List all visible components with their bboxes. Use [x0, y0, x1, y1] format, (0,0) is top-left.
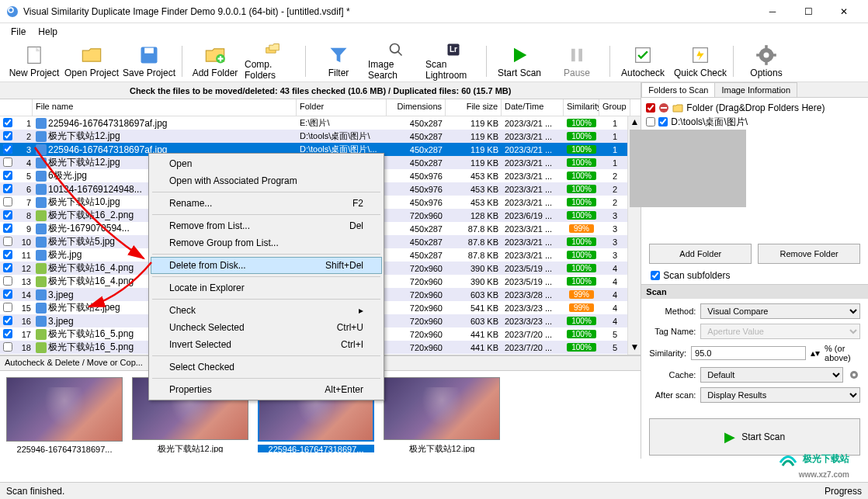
- row-checkbox[interactable]: [3, 118, 12, 127]
- row-checkbox[interactable]: [3, 210, 12, 220]
- col-date[interactable]: Date/Time: [502, 99, 564, 116]
- svg-text:Lr: Lr: [450, 45, 457, 54]
- row-checkbox[interactable]: [3, 144, 12, 154]
- file-icon: [36, 118, 47, 129]
- thumbnail[interactable]: 225946-167647318697...: [6, 377, 123, 452]
- row-checkbox[interactable]: [3, 224, 12, 233]
- col-sim[interactable]: Similarity: [564, 99, 599, 116]
- row-checkbox[interactable]: [3, 342, 12, 352]
- scan-lightroom-button[interactable]: LrScan Lightroom: [425, 42, 481, 81]
- ctx-locate[interactable]: Locate in Explorer: [151, 279, 382, 296]
- table-row[interactable]: 1225946-1676473186​97af.jpgE:\图片\450x287…: [0, 116, 641, 130]
- row-checkbox[interactable]: [3, 289, 12, 299]
- pause-icon: [566, 44, 588, 66]
- row-checkbox[interactable]: [3, 171, 12, 180]
- row-checkbox[interactable]: [3, 197, 12, 206]
- ctx-properties[interactable]: PropertiesAlt+Enter: [151, 381, 382, 398]
- row-checkbox[interactable]: [3, 184, 12, 193]
- quick-check-button[interactable]: Quick Check: [672, 42, 728, 81]
- scan-section-head: Scan: [641, 285, 868, 299]
- file-icon: [36, 263, 47, 274]
- svg-rect-5: [144, 47, 154, 53]
- open-project-button[interactable]: Open Project: [64, 42, 120, 81]
- file-icon: [36, 131, 47, 142]
- vertical-scrollbar[interactable]: ▲ ▼: [627, 116, 641, 355]
- save-project-button[interactable]: Save Project: [121, 42, 177, 81]
- ctx-rename[interactable]: Rename...F2: [151, 195, 382, 212]
- cache-select[interactable]: Default: [700, 367, 843, 383]
- row-checkbox[interactable]: [3, 329, 12, 338]
- svg-rect-13: [578, 48, 582, 61]
- col-filename[interactable]: File name: [33, 99, 297, 116]
- file-icon: [36, 158, 47, 168]
- menu-file[interactable]: File: [5, 25, 32, 39]
- remove-folder-btn[interactable]: Remove Folder: [758, 244, 860, 264]
- ctx-remove-list[interactable]: Remove from List...Del: [151, 217, 382, 234]
- row-checkbox[interactable]: [3, 250, 12, 259]
- scan-subfolders-check[interactable]: [651, 271, 660, 280]
- folder-open-icon: [81, 44, 102, 66]
- col-folder[interactable]: Folder: [297, 99, 387, 116]
- file-icon: [36, 329, 47, 340]
- folder-plus-icon: [204, 44, 226, 66]
- col-size[interactable]: File size: [446, 99, 502, 116]
- row-checkbox[interactable]: [3, 263, 12, 272]
- ctx-select-checked[interactable]: Select Checked: [151, 359, 382, 376]
- thumbnail-image: [6, 377, 123, 442]
- row-checkbox[interactable]: [3, 316, 12, 325]
- file-icon: [36, 197, 47, 208]
- minimize-button[interactable]: ─: [755, 0, 790, 23]
- ctx-open-assoc[interactable]: Open with Associated Program: [151, 172, 382, 189]
- row-checkbox[interactable]: [3, 276, 12, 286]
- gear-icon: [755, 44, 777, 66]
- autocheck-button[interactable]: Autocheck: [615, 42, 671, 81]
- method-select[interactable]: Visual Compare: [700, 303, 860, 319]
- add-folder-button[interactable]: Add Folder: [187, 42, 243, 81]
- tab-folders-to-scan[interactable]: Folders to Scan: [641, 82, 715, 97]
- tab-image-info[interactable]: Image Information: [714, 82, 797, 97]
- file-icon: [36, 303, 47, 314]
- minus-icon[interactable]: [658, 102, 669, 113]
- comp-folders-button[interactable]: Comp. Folders: [245, 42, 300, 81]
- col-dims[interactable]: Dimensions: [387, 99, 446, 116]
- file-icon: [36, 210, 47, 221]
- table-row[interactable]: 2极光下载站12.jpgD:\tools\桌面\图片\450x287119 KB…: [0, 130, 641, 143]
- close-button[interactable]: ✕: [826, 0, 862, 23]
- svg-point-7: [391, 43, 400, 53]
- row-checkbox[interactable]: [3, 303, 12, 312]
- ctx-delete-disk[interactable]: Delete from Disk...Shift+Del: [151, 257, 382, 274]
- similarity-input[interactable]: [691, 346, 806, 360]
- cache-settings-icon[interactable]: [848, 369, 860, 381]
- folder-row-1[interactable]: D:\tools\桌面\图片\: [646, 115, 863, 129]
- filter-button[interactable]: Filter: [311, 42, 366, 81]
- new-project-button[interactable]: New Project: [6, 42, 62, 81]
- row-checkbox[interactable]: [3, 237, 12, 246]
- ctx-remove-group[interactable]: Remove Group from List...: [151, 234, 382, 251]
- folder-enable-1[interactable]: [658, 117, 668, 126]
- document-icon: [23, 44, 45, 66]
- ctx-open[interactable]: Open: [151, 155, 382, 172]
- status-text: Scan finished.: [6, 486, 64, 497]
- folder-hint-check[interactable]: [646, 103, 655, 113]
- ctx-invert-sel[interactable]: Invert SelectedCtrl+I: [151, 336, 382, 353]
- row-checkbox[interactable]: [3, 158, 12, 167]
- options-button[interactable]: Options: [738, 42, 794, 81]
- ctx-uncheck-sel[interactable]: Uncheck SelectedCtrl+U: [151, 319, 382, 336]
- file-icon: [36, 342, 47, 353]
- folder-check-1[interactable]: [646, 117, 655, 126]
- add-folder-btn[interactable]: Add Folder: [649, 244, 752, 264]
- svg-marker-11: [514, 47, 526, 62]
- menu-help[interactable]: Help: [32, 25, 64, 39]
- image-search-button[interactable]: Image Search: [368, 42, 424, 81]
- file-icon: [36, 289, 47, 300]
- col-group[interactable]: Group: [599, 99, 630, 116]
- pause-button[interactable]: Pause: [549, 42, 605, 81]
- start-scan-button[interactable]: Start Scan: [491, 42, 547, 81]
- after-scan-select[interactable]: Display Results: [700, 387, 860, 403]
- maximize-button[interactable]: ☐: [790, 0, 826, 23]
- row-checkbox[interactable]: [3, 131, 12, 140]
- ctx-check[interactable]: Check: [151, 302, 382, 319]
- thumbnail[interactable]: 极光下载站12.jpg: [384, 377, 500, 452]
- svg-point-17: [764, 52, 769, 57]
- titlebar: Visual Similarity Duplicate Image Finder…: [0, 0, 868, 23]
